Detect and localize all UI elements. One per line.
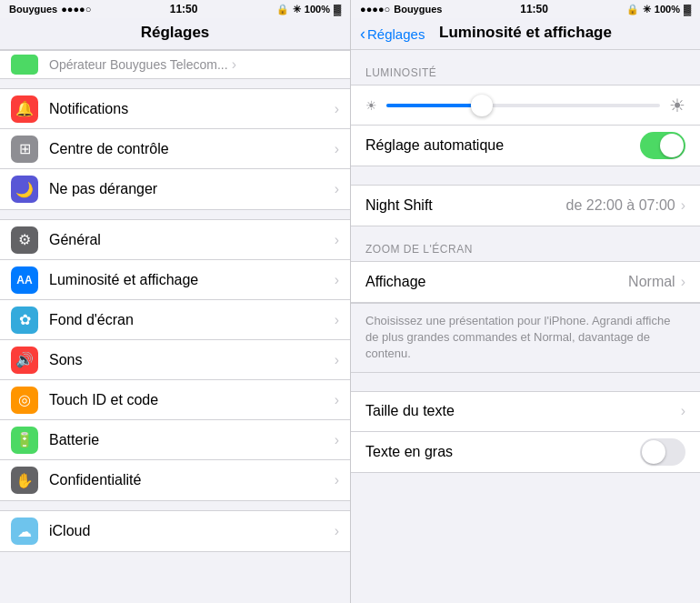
sidebar-item-privacy[interactable]: ✋ Confidentialité › bbox=[0, 460, 350, 500]
left-panel: Bouygues ●●●●○ 11:50 🔒 ✳ 100% ▓ Réglages… bbox=[0, 0, 350, 603]
luminosite-group: ☀ ☀ Réglage automatique bbox=[351, 85, 700, 166]
spacer-1 bbox=[351, 166, 700, 185]
night-shift-group: Night Shift de 22:00 à 07:00 › bbox=[351, 185, 700, 226]
nav-bar-left: Réglages bbox=[0, 18, 350, 50]
wallpaper-chevron: › bbox=[335, 312, 339, 328]
general-chevron: › bbox=[335, 232, 339, 248]
separator-1 bbox=[0, 210, 350, 219]
separator-2 bbox=[0, 501, 350, 510]
brightness-low-icon: ☀ bbox=[365, 98, 377, 113]
affichage-row[interactable]: Affichage Normal › bbox=[351, 262, 700, 302]
text-settings-group: Taille du texte › Texte en gras bbox=[351, 391, 700, 473]
brightness-slider-track[interactable] bbox=[386, 104, 660, 107]
status-bar-right: ●●●●○ Bouygues 11:50 🔒 ✳ 100% ▓ bbox=[351, 0, 700, 18]
toggle-thumb-on bbox=[660, 134, 684, 157]
signal-dots-left: ●●●●○ bbox=[61, 4, 91, 15]
privacy-icon: ✋ bbox=[11, 467, 38, 494]
dnd-icon: 🌙 bbox=[11, 176, 38, 203]
sounds-label: Sons bbox=[49, 352, 331, 368]
touchid-icon: ◎ bbox=[11, 387, 38, 414]
battery-icon-right: ▓ bbox=[684, 4, 691, 15]
time-left: 11:50 bbox=[170, 3, 198, 15]
sidebar-item-wallpaper[interactable]: ✿ Fond d'écran › bbox=[0, 300, 350, 340]
dnd-chevron: › bbox=[335, 181, 339, 197]
status-right-right: 🔒 ✳ 100% ▓ bbox=[626, 4, 691, 15]
spacer-2 bbox=[351, 373, 700, 391]
slider-fill bbox=[386, 104, 482, 107]
status-right-left: 🔒 ✳ 100% ▓ bbox=[276, 4, 341, 15]
sidebar-item-general[interactable]: ⚙ Général › bbox=[0, 220, 350, 260]
status-left: Bouygues ●●●●○ bbox=[9, 4, 91, 15]
night-shift-chevron: › bbox=[681, 197, 685, 214]
settings-group-3: ☁ iCloud › bbox=[0, 510, 350, 552]
general-icon: ⚙ bbox=[11, 226, 38, 254]
affichage-label: Affichage bbox=[365, 274, 628, 290]
sounds-chevron: › bbox=[335, 352, 339, 368]
text-size-label: Taille du texte bbox=[365, 403, 681, 419]
wallpaper-label: Fond d'écran bbox=[49, 312, 331, 328]
status-left-right: ●●●●○ Bouygues bbox=[360, 4, 442, 15]
auto-brightness-label: Réglage automatique bbox=[365, 137, 640, 154]
control-center-label: Centre de contrôle bbox=[49, 141, 331, 157]
sidebar-item-icloud[interactable]: ☁ iCloud › bbox=[0, 511, 350, 551]
brightness-label: Luminosité et affichage bbox=[49, 272, 331, 288]
night-shift-row[interactable]: Night Shift de 22:00 à 07:00 › bbox=[351, 186, 700, 226]
bold-text-toggle[interactable] bbox=[640, 438, 685, 466]
bluetooth-icon-right: ✳ bbox=[643, 4, 651, 15]
sidebar-item-battery[interactable]: 🔋 Batterie › bbox=[0, 420, 350, 460]
icloud-chevron: › bbox=[335, 523, 339, 539]
separator-0 bbox=[0, 79, 350, 88]
battery-icon-row: 🔋 bbox=[11, 427, 38, 454]
control-center-chevron: › bbox=[335, 141, 339, 157]
description-block: Choisissez une présentation pour l'iPhon… bbox=[351, 303, 700, 373]
brightness-slider-row[interactable]: ☀ ☀ bbox=[351, 85, 700, 126]
bold-text-row[interactable]: Texte en gras bbox=[351, 432, 700, 472]
brightness-icon: AA bbox=[11, 266, 38, 294]
page-title-left: Réglages bbox=[0, 24, 350, 42]
notifications-chevron: › bbox=[335, 101, 339, 117]
settings-group-1: 🔔 Notifications › ⊞ Centre de contrôle ›… bbox=[0, 88, 350, 210]
sidebar-item-notifications[interactable]: 🔔 Notifications › bbox=[0, 89, 350, 129]
nav-bar-right: ‹ Réglages Luminosité et affichage bbox=[351, 18, 700, 50]
settings-group-2: ⚙ Général › AA Luminosité et affichage ›… bbox=[0, 219, 350, 501]
back-button[interactable]: ‹ Réglages bbox=[360, 25, 425, 42]
carrier-left: Bouygues bbox=[9, 4, 57, 15]
privacy-chevron: › bbox=[335, 472, 339, 488]
lock-icon: 🔒 bbox=[276, 4, 289, 15]
time-right: 11:50 bbox=[520, 3, 548, 15]
zoom-section-label: ZOOM DE L'ÉCRAN bbox=[351, 226, 700, 261]
right-content: LUMINOSITÉ ☀ ☀ Réglage automatique bbox=[351, 50, 700, 603]
sidebar-item-sounds[interactable]: 🔊 Sons › bbox=[0, 340, 350, 380]
sounds-icon: 🔊 bbox=[11, 347, 38, 374]
auto-brightness-row[interactable]: Réglage automatique bbox=[351, 126, 700, 166]
battery-right: 100% bbox=[655, 4, 680, 15]
partial-icon bbox=[11, 55, 38, 75]
control-center-icon: ⊞ bbox=[11, 136, 38, 163]
battery-icon: ▓ bbox=[334, 4, 341, 15]
carrier-right: Bouygues bbox=[394, 4, 442, 15]
battery-chevron: › bbox=[335, 432, 339, 448]
partial-top-row[interactable]: Opérateur Bouygues Telecom... › bbox=[0, 50, 350, 79]
spacer-3 bbox=[351, 473, 700, 491]
right-panel: ●●●●○ Bouygues 11:50 🔒 ✳ 100% ▓ ‹ Réglag… bbox=[350, 0, 700, 603]
sidebar-item-touchid[interactable]: ◎ Touch ID et code › bbox=[0, 380, 350, 420]
text-size-row[interactable]: Taille du texte › bbox=[351, 392, 700, 432]
touchid-label: Touch ID et code bbox=[49, 392, 331, 408]
back-label: Réglages bbox=[367, 26, 425, 42]
partial-chevron: › bbox=[232, 56, 236, 73]
sidebar-item-control-center[interactable]: ⊞ Centre de contrôle › bbox=[0, 129, 350, 169]
slider-thumb[interactable] bbox=[471, 95, 493, 116]
affichage-chevron: › bbox=[681, 274, 685, 290]
partial-text: Opérateur Bouygues Telecom... bbox=[49, 57, 228, 72]
night-shift-value: de 22:00 à 07:00 bbox=[566, 197, 675, 214]
toggle-thumb-off bbox=[642, 440, 665, 464]
sidebar-item-brightness[interactable]: AA Luminosité et affichage › bbox=[0, 260, 350, 300]
night-shift-label: Night Shift bbox=[365, 197, 566, 214]
icloud-icon: ☁ bbox=[11, 518, 38, 545]
touchid-chevron: › bbox=[335, 392, 339, 408]
battery-left: 100% bbox=[305, 4, 330, 15]
dots-right: ●●●●○ bbox=[360, 4, 390, 15]
dnd-label: Ne pas déranger bbox=[49, 181, 331, 197]
auto-brightness-toggle[interactable] bbox=[640, 132, 685, 159]
sidebar-item-do-not-disturb[interactable]: 🌙 Ne pas déranger › bbox=[0, 169, 350, 209]
